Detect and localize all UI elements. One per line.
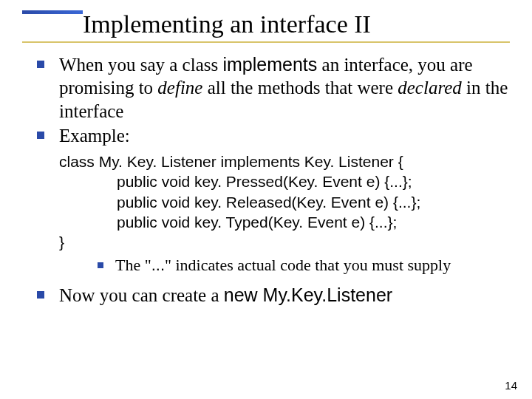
sub-bullet-list: The "..." indicates actual code that you…: [25, 255, 510, 276]
emph-define: define: [157, 78, 202, 98]
keyword-implements: implements: [222, 54, 317, 75]
code-line-5: }: [59, 232, 510, 252]
text: Now you can create a: [59, 285, 224, 305]
emph-declared: declared: [398, 78, 462, 98]
title-underline: [22, 41, 510, 43]
accent-bar: [22, 10, 83, 14]
text: The ": [115, 256, 151, 274]
code-new-listener: new My.Key.Listener: [224, 284, 392, 305]
bullet-1: When you say a class implements an inter…: [25, 53, 510, 123]
sub-bullet-1: The "..." indicates actual code that you…: [25, 255, 510, 276]
bullet-list: When you say a class implements an inter…: [25, 53, 510, 147]
text: " indicates actual code that you must su…: [165, 256, 451, 274]
text: all the methods that were: [202, 78, 398, 98]
code-line-1: class My. Key. Listener implements Key. …: [59, 151, 510, 171]
bullet-3: Now you can create a new My.Key.Listener: [25, 284, 510, 307]
code-line-2: public void key. Pressed(Key. Event e) {…: [117, 171, 510, 191]
code-block: class My. Key. Listener implements Key. …: [59, 151, 510, 252]
slide-title: Implementing an interface II: [83, 10, 371, 38]
code-dots: ...: [151, 256, 165, 274]
code-line-3: public void key. Released(Key. Event e) …: [117, 192, 510, 212]
bullet-list-2: Now you can create a new My.Key.Listener: [25, 284, 510, 307]
page-number: 14: [505, 379, 517, 392]
text: When you say a class: [59, 55, 222, 75]
slide-content: When you say a class implements an inter…: [25, 53, 510, 308]
bullet-2: Example:: [25, 124, 510, 147]
code-line-4: public void key. Typed(Key. Event e) {..…: [117, 212, 510, 232]
